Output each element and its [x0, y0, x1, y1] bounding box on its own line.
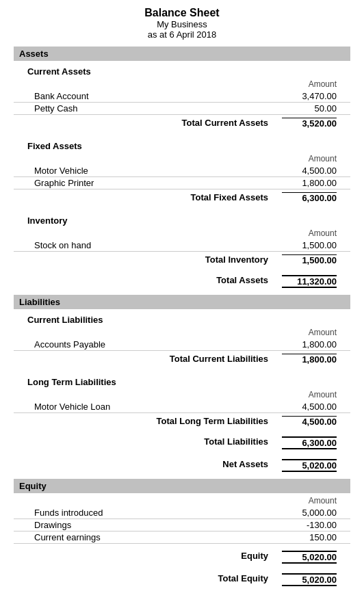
- list-item: Drawings -130.00: [14, 519, 350, 531]
- net-assets-row: Net Assets 5,020.00: [14, 456, 350, 475]
- total-fixed-assets-row: Total Fixed Assets 6,300.00: [14, 189, 350, 206]
- total-liabilities-row: Total Liabilities 6,300.00: [14, 434, 350, 452]
- fixed-assets-title: Fixed Assets: [27, 141, 350, 151]
- total-current-assets-row: Total Current Assets 3,520.00: [14, 115, 350, 131]
- total-equity-row: Total Equity 5,020.00: [14, 570, 350, 589]
- total-current-assets-label: Total Current Assets: [182, 118, 268, 129]
- list-item: Graphic Printer 1,800.00: [14, 177, 350, 189]
- list-item: Motor Vehicle Loan 4,500.00: [14, 401, 350, 413]
- total-long-term-liabilities-amount: 4,500.00: [282, 416, 337, 427]
- funds-introduced-amount: 5,000.00: [282, 508, 337, 518]
- inventory-title: Inventory: [27, 215, 350, 226]
- total-current-liabilities-label: Total Current Liabilities: [170, 354, 268, 365]
- accounts-payable-amount: 1,800.00: [282, 339, 337, 350]
- list-item: Funds introduced 5,000.00: [14, 507, 350, 519]
- total-liabilities-label: Total Liabilities: [204, 436, 268, 449]
- graphic-printer-label: Graphic Printer: [34, 178, 282, 188]
- list-item: Bank Account 3,470.00: [14, 90, 350, 103]
- total-assets-label: Total Assets: [216, 275, 268, 288]
- current-liabilities-title: Current Liabilities: [27, 315, 350, 325]
- drawings-amount: -130.00: [282, 520, 337, 530]
- fixed-assets-amount-header: Amount: [14, 154, 350, 163]
- total-assets-amount: 11,320.00: [282, 275, 337, 288]
- equity-total-row: Equity 5,020.00: [14, 548, 350, 566]
- total-inventory-amount: 1,500.00: [282, 254, 337, 265]
- current-assets-amount-header: Amount: [14, 79, 350, 89]
- list-item: Stock on hand 1,500.00: [14, 239, 350, 252]
- total-assets-row: Total Assets 11,320.00: [14, 272, 350, 291]
- inventory-amount-header: Amount: [14, 228, 350, 238]
- assets-section-header: Assets: [14, 47, 350, 61]
- equity-label: Equity: [241, 551, 268, 564]
- total-current-assets-amount: 3,520.00: [282, 118, 337, 129]
- page: Balance Sheet My Business as at 6 April …: [0, 0, 364, 591]
- current-earnings-label: Current earnings: [34, 532, 282, 542]
- motor-vehicle-loan-label: Motor Vehicle Loan: [34, 402, 282, 412]
- report-header: Balance Sheet My Business as at 6 April …: [14, 7, 350, 40]
- current-assets-title: Current Assets: [27, 66, 350, 77]
- business-name: My Business: [14, 19, 350, 29]
- motor-vehicle-label: Motor Vehicle: [34, 166, 282, 176]
- funds-introduced-label: Funds introduced: [34, 508, 282, 518]
- bank-account-label: Bank Account: [34, 91, 282, 101]
- bank-account-amount: 3,470.00: [282, 91, 337, 101]
- equity-amount: 5,020.00: [282, 551, 337, 564]
- long-term-liabilities-title: Long Term Liabilities: [27, 377, 350, 387]
- list-item: Current earnings 150.00: [14, 531, 350, 544]
- current-earnings-amount: 150.00: [282, 532, 337, 542]
- liabilities-section-header: Liabilities: [14, 295, 350, 309]
- net-assets-amount: 5,020.00: [282, 459, 337, 472]
- total-long-term-liabilities-row: Total Long Term Liabilities 4,500.00: [14, 413, 350, 430]
- total-current-liabilities-row: Total Current Liabilities 1,800.00: [14, 351, 350, 367]
- total-equity-amount: 5,020.00: [282, 573, 337, 586]
- total-inventory-label: Total Inventory: [205, 254, 268, 265]
- accounts-payable-label: Accounts Payable: [34, 339, 282, 350]
- current-liabilities-amount-header: Amount: [14, 328, 350, 337]
- report-date: as at 6 April 2018: [14, 29, 350, 40]
- total-equity-label: Total Equity: [218, 573, 268, 586]
- stock-on-hand-label: Stock on hand: [34, 240, 282, 250]
- petty-cash-label: Petty Cash: [34, 103, 282, 114]
- total-fixed-assets-amount: 6,300.00: [282, 192, 337, 203]
- total-long-term-liabilities-label: Total Long Term Liabilities: [157, 416, 268, 427]
- equity-section-header: Equity: [14, 479, 350, 493]
- total-current-liabilities-amount: 1,800.00: [282, 354, 337, 365]
- total-liabilities-amount: 6,300.00: [282, 436, 337, 449]
- net-assets-label: Net Assets: [222, 459, 268, 472]
- total-fixed-assets-label: Total Fixed Assets: [191, 192, 268, 203]
- graphic-printer-amount: 1,800.00: [282, 178, 337, 188]
- drawings-label: Drawings: [34, 520, 282, 530]
- list-item: Motor Vehicle 4,500.00: [14, 165, 350, 177]
- long-term-liabilities-amount-header: Amount: [14, 390, 350, 399]
- list-item: Accounts Payable 1,800.00: [14, 339, 350, 351]
- report-title: Balance Sheet: [14, 7, 350, 19]
- motor-vehicle-loan-amount: 4,500.00: [282, 402, 337, 412]
- motor-vehicle-amount: 4,500.00: [282, 166, 337, 176]
- equity-amount-header: Amount: [14, 496, 350, 505]
- stock-on-hand-amount: 1,500.00: [282, 240, 337, 250]
- total-inventory-row: Total Inventory 1,500.00: [14, 252, 350, 268]
- petty-cash-amount: 50.00: [282, 103, 337, 114]
- list-item: Petty Cash 50.00: [14, 103, 350, 115]
